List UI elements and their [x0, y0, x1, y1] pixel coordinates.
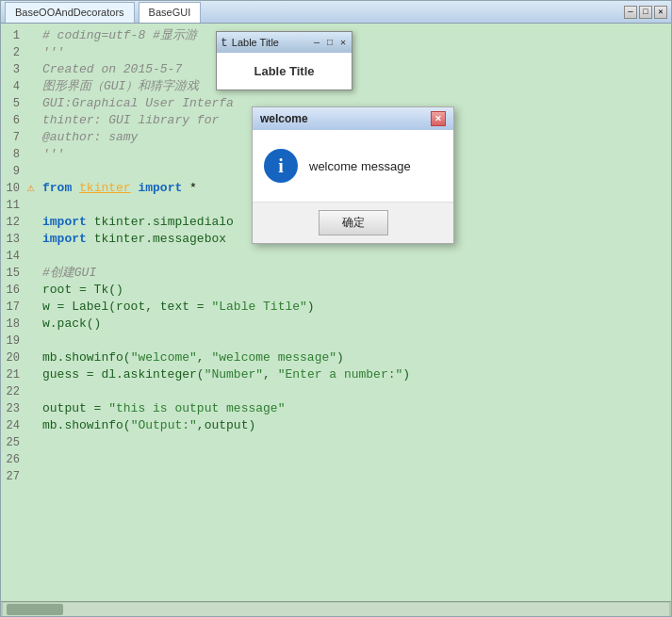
scrollbar-thumb[interactable] — [7, 604, 63, 615]
code-line-22: 22 — [1, 383, 671, 400]
scrollbar-track — [3, 603, 669, 616]
code-line-14: 14 — [1, 248, 671, 265]
warning-icon-10: ⚠ — [27, 180, 42, 197]
welcome-dialog-title: welcome — [260, 112, 308, 125]
code-line-21: 21 guess = dl.askinteger("Number", "Ente… — [1, 366, 671, 383]
float-window-title: Lable Title — [232, 37, 308, 48]
close-button[interactable]: ✕ — [654, 6, 667, 19]
float-window-body: Lable Title — [217, 53, 352, 89]
float-title-bar: t Lable Title — □ ✕ — [217, 32, 352, 53]
welcome-message-text: welcome message — [309, 159, 411, 173]
welcome-dialog-title-bar: welcome ✕ — [253, 107, 453, 130]
code-line-26: 26 — [1, 451, 671, 468]
code-line-24: 24 mb.showinfo("Output:",output) — [1, 417, 671, 434]
code-line-27: 27 — [1, 468, 671, 485]
tab-base-gui[interactable]: BaseGUI — [139, 2, 202, 23]
float-close-button[interactable]: ✕ — [338, 37, 348, 48]
welcome-dialog-footer: 确定 — [253, 202, 453, 243]
minimize-button[interactable]: — — [624, 6, 637, 19]
code-line-19: 19 — [1, 333, 671, 349]
close-icon: ✕ — [434, 114, 442, 123]
welcome-dialog: welcome ✕ i welcome message 确定 — [252, 106, 454, 244]
float-maximize-button[interactable]: □ — [325, 38, 335, 48]
window-controls: — □ ✕ — [624, 6, 667, 19]
tab-base-oo[interactable]: BaseOOAndDecorators — [5, 2, 135, 23]
float-minimize-button[interactable]: — — [312, 38, 321, 48]
info-icon: i — [264, 149, 298, 183]
horizontal-scrollbar[interactable] — [1, 601, 671, 616]
code-editor[interactable]: 1 # coding=utf-8 #显示游 2 ''' 3 Created on… — [1, 24, 671, 601]
maximize-button[interactable]: □ — [639, 6, 652, 19]
float-window-icon: t — [221, 36, 228, 50]
float-window-content: Lable Title — [254, 64, 314, 78]
code-line-23: 23 output = "this is output message" — [1, 400, 671, 417]
tab-base-oo-label: BaseOOAndDecorators — [15, 7, 124, 18]
ide-window: BaseOOAndDecorators BaseGUI — □ ✕ 1 # co… — [0, 0, 672, 617]
welcome-dialog-close-button[interactable]: ✕ — [431, 111, 446, 126]
tab-base-gui-label: BaseGUI — [149, 7, 191, 18]
code-line-18: 18 w.pack() — [1, 316, 671, 333]
welcome-dialog-body: i welcome message — [253, 130, 453, 202]
welcome-ok-button[interactable]: 确定 — [319, 210, 388, 235]
code-line-16: 16 root = Tk() — [1, 282, 671, 299]
code-line-20: 20 mb.showinfo("welcome", "welcome messa… — [1, 349, 671, 366]
code-line-17: 17 w = Label(root, text = "Lable Title") — [1, 299, 671, 316]
code-line-25: 25 — [1, 434, 671, 451]
float-label-window: t Lable Title — □ ✕ Lable Title — [216, 31, 352, 90]
title-bar: BaseOOAndDecorators BaseGUI — □ ✕ — [1, 1, 671, 24]
code-line-15: 15 #创建GUI — [1, 265, 671, 282]
